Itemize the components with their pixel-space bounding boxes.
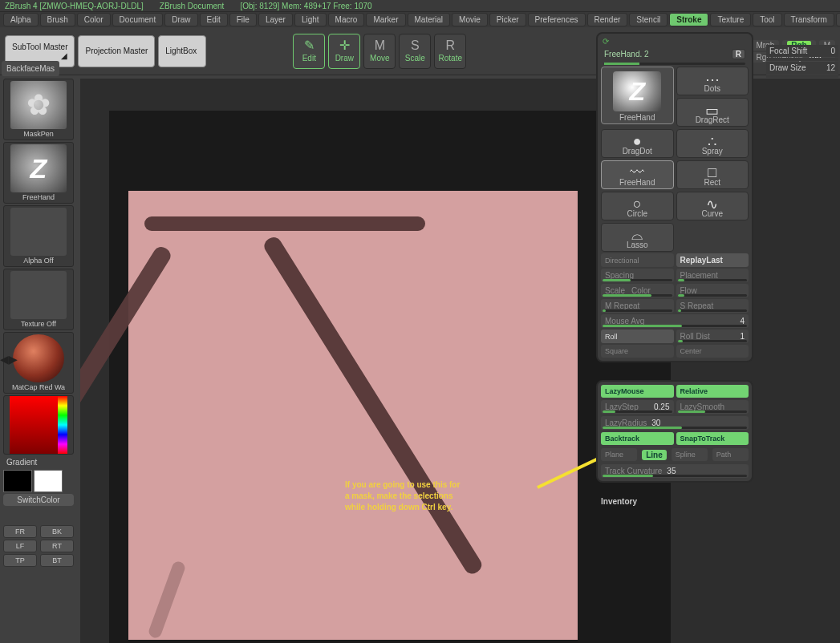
menu-light[interactable]: Light (294, 13, 327, 26)
menu-edit[interactable]: Edit (200, 13, 228, 26)
rotate-button[interactable]: RRotate (434, 34, 466, 69)
refresh-icon[interactable]: ⟳ (601, 37, 749, 46)
gradient-label[interactable]: Gradient (3, 456, 74, 468)
center-toggle[interactable]: Center (676, 345, 749, 358)
stats: [Obj: 8129] Mem: 489+17 Free: 1070 (240, 2, 371, 10)
lazyradius-slider[interactable]: LazyRadius30 (601, 416, 749, 430)
doc-title: ZBrush Document (160, 2, 225, 10)
roll-dist-slider[interactable]: Roll Dist1 (676, 330, 749, 343)
view-lf[interactable]: LF (3, 540, 37, 552)
view-bt[interactable]: BT (40, 554, 74, 567)
color-picker[interactable] (3, 395, 74, 455)
menu-file[interactable]: File (229, 13, 257, 26)
3d-object[interactable] (128, 191, 578, 640)
side-arrows-icon[interactable]: ◀▶ (0, 353, 18, 366)
roll-toggle[interactable]: Roll (601, 330, 674, 343)
right-sliders: Focal Shift0 Draw Size12 (766, 45, 838, 79)
focal-shift-slider[interactable]: Focal Shift0 (766, 45, 838, 57)
lazymouse-toggle[interactable]: LazyMouse (601, 385, 674, 398)
track-mode-row: Plane Line Spline Path (601, 447, 749, 462)
flow-slider[interactable]: Flow (676, 284, 749, 297)
stroke-type-dragdot[interactable]: ●DragDot (601, 129, 674, 158)
menu-alpha[interactable]: Alpha (3, 13, 39, 26)
plane-button[interactable]: Plane (601, 448, 637, 461)
menu-stroke[interactable]: Stroke (669, 13, 708, 26)
edit-button[interactable]: ✎Edit (293, 34, 325, 69)
stroke-type-freehand[interactable]: 〰FreeHand (601, 160, 674, 189)
annotation-text: If you are going to use this for a mask,… (345, 479, 460, 513)
menu-brush[interactable]: Brush (40, 13, 75, 26)
menu-color[interactable]: Color (77, 13, 111, 26)
texture-slot[interactable]: Texture Off (3, 269, 74, 330)
spline-button[interactable]: Spline (672, 448, 708, 461)
r-button[interactable]: R (732, 49, 745, 59)
lazysmooth-slider[interactable]: LazySmooth (676, 400, 749, 414)
menu-document[interactable]: Document (112, 13, 164, 26)
relative-toggle[interactable]: Relative (676, 385, 749, 398)
view-rt[interactable]: RT (40, 540, 74, 552)
menu-preferences[interactable]: Preferences (528, 13, 586, 26)
draw-size-slider[interactable]: Draw Size12 (766, 62, 838, 74)
stroke-panel: ⟳ FreeHand. 2 R FreeHand⋯Dots▭DragRect●D… (596, 32, 753, 362)
stroke-slot-freehand[interactable]: Z FreeHand (3, 142, 74, 204)
placement-slider[interactable]: Placement (676, 269, 749, 282)
menu-tool[interactable]: Tool (753, 13, 781, 26)
replay-last-button[interactable]: ReplayLast (676, 253, 749, 267)
stroke-type-dots[interactable]: ⋯Dots (676, 67, 749, 95)
menu-bar: AlphaBrushColorDocumentDrawEditFileLayer… (0, 11, 840, 27)
menu-zoom[interactable]: Zoom (836, 13, 840, 26)
alpha-slot[interactable]: Alpha Off (3, 205, 74, 267)
m-repeat-slider[interactable]: M Repeat (601, 299, 674, 313)
view-bk[interactable]: BK (40, 525, 74, 538)
menu-movie[interactable]: Movie (452, 13, 488, 26)
stroke-thumb[interactable]: FreeHand (601, 67, 674, 124)
directional-toggle[interactable]: Directional (601, 253, 674, 267)
menu-render[interactable]: Render (587, 13, 628, 26)
stroke-type-lasso[interactable]: ⌓Lasso (601, 223, 674, 252)
mouse-avg-slider[interactable]: Mouse Avg4 (601, 314, 749, 328)
app-title: ZBrush 4 [ZMWO-HMEQ-AORJ-DLDL] (5, 2, 144, 10)
draw-button[interactable]: ✛Draw (328, 34, 360, 69)
view-fr[interactable]: FR (3, 525, 37, 538)
path-button[interactable]: Path (712, 448, 749, 461)
stroke-type-dragrect[interactable]: ▭DragRect (676, 98, 749, 127)
lazystep-slider[interactable]: LazyStep0.25 (601, 400, 674, 414)
track-curvature-slider[interactable]: Track Curvature35 (601, 464, 749, 478)
swatch-black[interactable] (3, 470, 32, 492)
inventory-label[interactable]: Inventory (596, 492, 753, 511)
menu-picker[interactable]: Picker (489, 13, 526, 26)
freehand-icon: Z (30, 153, 47, 184)
menu-layer[interactable]: Layer (258, 13, 293, 26)
menu-marker[interactable]: Marker (366, 13, 405, 26)
lightbox-button[interactable]: LightBox (158, 35, 206, 67)
brush-slot-maskpen[interactable]: ✿ MaskPen (3, 79, 74, 140)
square-toggle[interactable]: Square (601, 345, 674, 358)
stroke-type-rect[interactable]: □Rect (676, 160, 749, 189)
menu-texture[interactable]: Texture (710, 13, 751, 26)
view-tp[interactable]: TP (3, 554, 37, 567)
cloud-icon: ✿ (26, 88, 51, 122)
menu-draw[interactable]: Draw (164, 13, 197, 26)
menu-stencil[interactable]: Stencil (629, 13, 668, 26)
swatch-white[interactable] (34, 470, 63, 492)
backface-mask-label[interactable]: BackfaceMas (2, 61, 59, 76)
scale-button[interactable]: SScale (399, 34, 431, 69)
menu-transform[interactable]: Transform (784, 13, 834, 26)
menu-macro[interactable]: Macro (328, 13, 365, 26)
line-button[interactable]: Line (642, 450, 667, 460)
stroke-type-spray[interactable]: ∴Spray (676, 129, 749, 158)
s-repeat-slider[interactable]: S Repeat (676, 299, 749, 313)
menu-material[interactable]: Material (408, 13, 451, 26)
backtrack-toggle[interactable]: Backtrack (601, 432, 674, 445)
switch-color-button[interactable]: SwitchColor (3, 494, 74, 506)
move-button[interactable]: MMove (363, 34, 396, 69)
stroke-panel-title: FreeHand. 2 (604, 50, 649, 59)
snap-to-track-toggle[interactable]: SnapToTrack (676, 432, 749, 445)
left-sidebar: ✿ MaskPen Z FreeHand Alpha Off Texture O… (3, 79, 74, 567)
stroke-type-curve[interactable]: ∿Curve (676, 192, 749, 220)
projection-master-button[interactable]: Projection Master (78, 35, 155, 67)
spacing-slider[interactable]: Spacing (601, 269, 674, 282)
scale-color-slider[interactable]: ScaleColor (601, 284, 674, 297)
title-bar: ZBrush 4 [ZMWO-HMEQ-AORJ-DLDL] ZBrush Do… (0, 0, 840, 11)
stroke-type-circle[interactable]: ○Circle (601, 192, 674, 220)
